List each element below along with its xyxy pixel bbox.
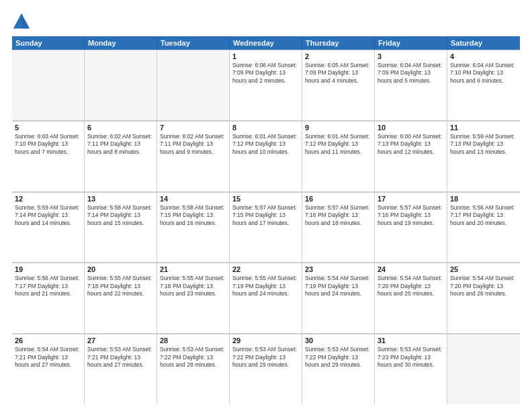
calendar-row: 19Sunrise: 5:56 AM Sunset: 7:17 PM Dayli…: [12, 263, 520, 334]
day-info: Sunrise: 5:53 AM Sunset: 7:22 PM Dayligh…: [305, 346, 371, 369]
calendar-cell: 20Sunrise: 5:55 AM Sunset: 7:18 PM Dayli…: [85, 263, 157, 333]
calendar-cell: 10Sunrise: 6:00 AM Sunset: 7:13 PM Dayli…: [375, 121, 447, 191]
day-info: Sunrise: 5:54 AM Sunset: 7:20 PM Dayligh…: [378, 275, 444, 298]
day-number: 21: [160, 265, 226, 273]
day-number: 8: [232, 124, 299, 132]
day-number: 11: [450, 124, 517, 132]
calendar-cell: 19Sunrise: 5:56 AM Sunset: 7:17 PM Dayli…: [12, 263, 85, 333]
day-info: Sunrise: 6:03 AM Sunset: 7:10 PM Dayligh…: [15, 133, 81, 156]
day-number: 3: [378, 52, 444, 60]
day-info: Sunrise: 6:02 AM Sunset: 7:11 PM Dayligh…: [87, 133, 154, 156]
calendar-cell: 9Sunrise: 6:01 AM Sunset: 7:12 PM Daylig…: [302, 121, 375, 191]
day-number: 23: [305, 265, 371, 273]
calendar-header-day: Saturday: [447, 36, 520, 50]
calendar-cell: 30Sunrise: 5:53 AM Sunset: 7:22 PM Dayli…: [302, 334, 375, 404]
calendar-cell: 29Sunrise: 5:53 AM Sunset: 7:22 PM Dayli…: [230, 334, 302, 404]
calendar-header: SundayMondayTuesdayWednesdayThursdayFrid…: [12, 36, 520, 50]
calendar-header-day: Monday: [85, 36, 157, 50]
calendar-cell: 17Sunrise: 5:57 AM Sunset: 7:16 PM Dayli…: [375, 192, 447, 263]
calendar-cell: [447, 334, 520, 404]
day-number: 22: [232, 265, 299, 273]
day-number: 28: [160, 336, 226, 345]
day-info: Sunrise: 6:04 AM Sunset: 7:10 PM Dayligh…: [450, 62, 517, 85]
day-info: Sunrise: 5:57 AM Sunset: 7:16 PM Dayligh…: [378, 204, 444, 227]
day-number: 24: [378, 265, 444, 273]
day-number: 9: [305, 124, 371, 132]
calendar-cell: 2Sunrise: 6:05 AM Sunset: 7:09 PM Daylig…: [302, 50, 375, 120]
day-number: 17: [378, 195, 444, 203]
day-number: 16: [305, 195, 371, 203]
calendar-header-day: Tuesday: [157, 36, 230, 50]
calendar: SundayMondayTuesdayWednesdayThursdayFrid…: [12, 36, 520, 404]
logo-icon: [12, 12, 31, 31]
calendar-cell: 24Sunrise: 5:54 AM Sunset: 7:20 PM Dayli…: [375, 263, 447, 333]
day-info: Sunrise: 6:01 AM Sunset: 7:12 PM Dayligh…: [305, 133, 371, 156]
day-number: 19: [15, 265, 81, 273]
calendar-cell: 26Sunrise: 5:54 AM Sunset: 7:21 PM Dayli…: [12, 334, 85, 404]
calendar-cell: 11Sunrise: 5:59 AM Sunset: 7:13 PM Dayli…: [447, 121, 520, 191]
calendar-cell: 7Sunrise: 6:02 AM Sunset: 7:11 PM Daylig…: [157, 121, 230, 191]
day-number: 31: [378, 336, 444, 345]
day-info: Sunrise: 5:56 AM Sunset: 7:17 PM Dayligh…: [15, 275, 81, 298]
day-number: 2: [305, 52, 371, 60]
calendar-cell: 15Sunrise: 5:57 AM Sunset: 7:15 PM Dayli…: [230, 192, 302, 263]
day-info: Sunrise: 5:57 AM Sunset: 7:15 PM Dayligh…: [232, 204, 299, 227]
calendar-cell: 3Sunrise: 6:04 AM Sunset: 7:09 PM Daylig…: [375, 50, 447, 120]
day-info: Sunrise: 5:55 AM Sunset: 7:18 PM Dayligh…: [160, 275, 226, 298]
calendar-cell: 5Sunrise: 6:03 AM Sunset: 7:10 PM Daylig…: [12, 121, 85, 191]
calendar-cell: [85, 50, 157, 120]
day-info: Sunrise: 5:55 AM Sunset: 7:19 PM Dayligh…: [232, 275, 299, 298]
calendar-cell: 13Sunrise: 5:58 AM Sunset: 7:14 PM Dayli…: [85, 192, 157, 263]
day-number: 20: [87, 265, 154, 273]
calendar-cell: 6Sunrise: 6:02 AM Sunset: 7:11 PM Daylig…: [85, 121, 157, 191]
calendar-cell: 4Sunrise: 6:04 AM Sunset: 7:10 PM Daylig…: [447, 50, 520, 120]
calendar-cell: 18Sunrise: 5:56 AM Sunset: 7:17 PM Dayli…: [447, 192, 520, 263]
day-info: Sunrise: 5:53 AM Sunset: 7:22 PM Dayligh…: [160, 346, 226, 369]
day-info: Sunrise: 5:54 AM Sunset: 7:21 PM Dayligh…: [15, 346, 81, 369]
day-number: 4: [450, 52, 517, 60]
day-number: 12: [15, 195, 81, 203]
calendar-header-day: Wednesday: [230, 36, 302, 50]
day-info: Sunrise: 5:58 AM Sunset: 7:15 PM Dayligh…: [160, 204, 226, 227]
calendar-cell: 1Sunrise: 6:06 AM Sunset: 7:09 PM Daylig…: [230, 50, 302, 120]
calendar-cell: 16Sunrise: 5:57 AM Sunset: 7:16 PM Dayli…: [302, 192, 375, 263]
day-info: Sunrise: 5:56 AM Sunset: 7:17 PM Dayligh…: [450, 204, 517, 227]
calendar-cell: 21Sunrise: 5:55 AM Sunset: 7:18 PM Dayli…: [157, 263, 230, 333]
day-number: 13: [87, 195, 154, 203]
day-info: Sunrise: 5:54 AM Sunset: 7:19 PM Dayligh…: [305, 275, 371, 298]
day-number: 1: [232, 52, 299, 60]
day-info: Sunrise: 5:59 AM Sunset: 7:13 PM Dayligh…: [450, 133, 517, 156]
calendar-cell: 14Sunrise: 5:58 AM Sunset: 7:15 PM Dayli…: [157, 192, 230, 263]
calendar-body: 1Sunrise: 6:06 AM Sunset: 7:09 PM Daylig…: [12, 50, 520, 404]
calendar-header-day: Friday: [375, 36, 447, 50]
day-number: 10: [378, 124, 444, 132]
calendar-row: 12Sunrise: 5:59 AM Sunset: 7:14 PM Dayli…: [12, 192, 520, 263]
day-info: Sunrise: 6:00 AM Sunset: 7:13 PM Dayligh…: [378, 133, 444, 156]
day-info: Sunrise: 5:57 AM Sunset: 7:16 PM Dayligh…: [305, 204, 371, 227]
calendar-cell: 27Sunrise: 5:53 AM Sunset: 7:21 PM Dayli…: [85, 334, 157, 404]
day-number: 5: [15, 124, 81, 132]
day-info: Sunrise: 5:53 AM Sunset: 7:21 PM Dayligh…: [87, 346, 154, 369]
header: [12, 12, 520, 31]
day-info: Sunrise: 5:53 AM Sunset: 7:22 PM Dayligh…: [232, 346, 299, 369]
day-info: Sunrise: 6:04 AM Sunset: 7:09 PM Dayligh…: [378, 62, 444, 85]
day-info: Sunrise: 6:06 AM Sunset: 7:09 PM Dayligh…: [232, 62, 299, 85]
day-number: 25: [450, 265, 517, 273]
day-number: 15: [232, 195, 299, 203]
calendar-cell: 12Sunrise: 5:59 AM Sunset: 7:14 PM Dayli…: [12, 192, 85, 263]
day-number: 14: [160, 195, 226, 203]
calendar-cell: 22Sunrise: 5:55 AM Sunset: 7:19 PM Dayli…: [230, 263, 302, 333]
calendar-cell: [157, 50, 230, 120]
day-number: 27: [87, 336, 154, 345]
day-info: Sunrise: 5:55 AM Sunset: 7:18 PM Dayligh…: [87, 275, 154, 298]
page: SundayMondayTuesdayWednesdayThursdayFrid…: [0, 0, 532, 411]
day-number: 18: [450, 195, 517, 203]
calendar-header-day: Thursday: [302, 36, 375, 50]
calendar-row: 1Sunrise: 6:06 AM Sunset: 7:09 PM Daylig…: [12, 50, 520, 121]
calendar-row: 5Sunrise: 6:03 AM Sunset: 7:10 PM Daylig…: [12, 121, 520, 192]
calendar-cell: 31Sunrise: 5:53 AM Sunset: 7:23 PM Dayli…: [375, 334, 447, 404]
day-number: 26: [15, 336, 81, 345]
calendar-cell: 23Sunrise: 5:54 AM Sunset: 7:19 PM Dayli…: [302, 263, 375, 333]
day-number: 30: [305, 336, 371, 345]
day-info: Sunrise: 5:53 AM Sunset: 7:23 PM Dayligh…: [378, 346, 444, 369]
